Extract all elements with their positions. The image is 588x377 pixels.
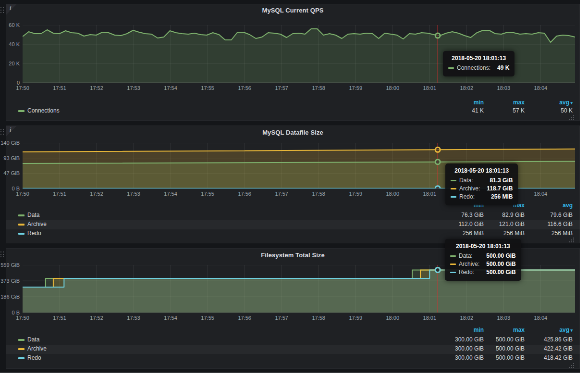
panel-title-mysql-current-qps[interactable]: MySQL Current QPS [6, 7, 580, 14]
x-axis-label: 17:56 [233, 85, 257, 91]
x-axis-label: 18:01 [417, 191, 441, 197]
sort-caret-icon: ▾ [569, 101, 573, 105]
x-axis-label: 18:00 [380, 85, 404, 91]
series-color-dash-icon [451, 180, 456, 181]
y-axis-label: 186 GiB [0, 294, 20, 300]
x-axis-label: 17:51 [48, 315, 72, 321]
tooltip-timestamp: 2018-05-20 18:01:13 [450, 243, 516, 250]
sort-caret-icon: ▾ [569, 328, 573, 333]
y-axis-label: 373 GiB [0, 278, 20, 284]
panel-drag-handle-dots[interactable] [0, 7, 1, 8]
legend-series-name[interactable]: Redo [27, 230, 41, 237]
panel-drag-handle-dots[interactable] [0, 129, 1, 130]
legend-stat-value: 418.42 GiB [529, 354, 573, 361]
tooltip-series-value: 81.3 GiB [483, 177, 513, 184]
x-axis-label: 17:53 [122, 85, 146, 91]
x-axis-label: 17:54 [159, 191, 183, 197]
series-color-dash-icon [450, 264, 456, 265]
legend-series-name[interactable]: Data [27, 212, 39, 218]
tooltip-row: Redo:256 MiB [451, 193, 513, 200]
tooltip-datafile-size: 2018-05-20 18:01:13 Data:81.3 GiBArchive… [445, 163, 518, 205]
x-axis-label: 17:55 [196, 315, 220, 321]
x-axis-label: 18:01 [417, 85, 441, 91]
x-axis-label: 17:59 [343, 85, 368, 91]
hover-marker-connections [435, 33, 440, 38]
x-axis-label: 18:00 [380, 191, 404, 197]
legend-header-min[interactable]: min [450, 99, 484, 106]
x-axis-label: 17:54 [159, 85, 183, 91]
x-axis-label: 17:52 [85, 85, 109, 91]
tooltip-row: Data:500.00 GiB [450, 252, 516, 259]
x-axis-label: 18:04 [528, 191, 552, 197]
series-color-dash [18, 214, 24, 216]
legend-header-avg[interactable]: avg ▾ [539, 99, 573, 106]
legend-stat-value: 76.3 GiB [441, 212, 484, 218]
x-axis-label: 17:57 [270, 85, 294, 91]
x-axis-label: 17:50 [11, 85, 35, 91]
tooltip-series-value: 49 K [490, 64, 509, 71]
legend-header-min[interactable]: min [450, 327, 484, 333]
panel-resize-handle[interactable] [573, 363, 574, 364]
legend-series-name[interactable]: Archive [27, 345, 47, 352]
panel-info-icon[interactable]: i [6, 4, 17, 15]
legend-stat-value: 425.86 GiB [529, 336, 573, 343]
tooltip-row: Archive:118.7 GiB [451, 185, 513, 192]
series-color-dash-icon [448, 67, 454, 69]
legend-series-name[interactable]: Data [27, 336, 39, 343]
tooltip-series-name: Archive: [459, 185, 480, 192]
legend-stat-value: 422.42 GiB [529, 345, 573, 352]
y-axis-label: 559 GiB [0, 262, 20, 268]
legend-header-avg[interactable]: avg ▾ [539, 327, 573, 333]
tooltip-row: Archive:500.00 GiB [450, 261, 516, 267]
x-axis-label: 18:03 [491, 315, 515, 321]
tooltip-row: Data:81.3 GiB [451, 177, 513, 184]
x-axis-label: 17:57 [270, 191, 294, 197]
x-axis-label: 17:52 [85, 315, 109, 321]
legend-stat-value: 500.00 GiB [481, 336, 525, 343]
tooltip-qps: 2018-05-20 18:01:13 Connections:49 K [443, 51, 514, 76]
x-axis-label: 17:58 [306, 85, 331, 91]
legend-series-name[interactable]: Redo [27, 354, 41, 361]
tooltip-row: Redo:500.00 GiB [450, 269, 516, 276]
x-axis-label: 18:01 [417, 315, 441, 321]
legend-stat-value: 500.00 GiB [481, 345, 525, 352]
legend-series-name[interactable]: Archive [27, 221, 47, 227]
tooltip-series-value: 500.00 GiB [479, 269, 515, 276]
tooltip-timestamp: 2018-05-20 18:01:13 [448, 55, 509, 62]
legend-stat-value: 256 MiB [441, 230, 484, 237]
x-axis-label: 17:56 [233, 191, 257, 197]
x-axis-label: 17:55 [196, 85, 220, 91]
x-axis-label: 17:55 [196, 191, 220, 197]
legend-stat-value: 116.6 GiB [529, 221, 573, 227]
panel-info-icon[interactable]: i [6, 126, 17, 137]
tooltip-series-name: Archive: [459, 261, 479, 267]
tooltip-series-value: 500.00 GiB [479, 261, 515, 267]
tooltip-series-value: 256 MiB [484, 193, 513, 200]
legend-series-name[interactable]: Connections [27, 107, 60, 114]
tooltip-filesystem-size: 2018-05-20 18:01:13 Data:500.00 GiBArchi… [445, 239, 521, 281]
panel-resize-handle[interactable] [573, 115, 574, 116]
panel-title-mysql-datafile-size[interactable]: MySQL Datafile Size [6, 129, 580, 136]
x-axis-label: 17:50 [11, 191, 35, 197]
y-axis-label: 93 GiB [0, 155, 20, 161]
x-axis-label: 18:00 [380, 315, 404, 321]
legend-stat-value: 121.0 GiB [481, 221, 525, 227]
panel-drag-handle-dots[interactable] [0, 251, 1, 252]
panel-resize-handle[interactable] [573, 238, 574, 239]
series-color-dash [18, 348, 24, 350]
legend-header-max[interactable]: max [491, 99, 525, 106]
legend-stat-value: 79.6 GiB [529, 212, 573, 218]
y-axis-label: 140 GiB [0, 140, 20, 146]
legend-stat-value: 82.9 GiB [481, 212, 525, 218]
legend-stat-value: 300.00 GiB [441, 336, 484, 343]
legend-header-max[interactable]: max [491, 327, 525, 333]
tooltip-series-name: Data: [459, 252, 473, 259]
x-axis-label: 17:50 [11, 315, 35, 321]
legend-stat-value: 57 K [481, 107, 525, 114]
tooltip-series-value: 118.7 GiB [480, 185, 513, 192]
legend-stat-value: 112.0 GiB [441, 221, 484, 227]
legend-stat-value: 300.00 GiB [441, 345, 484, 352]
x-axis-label: 18:03 [491, 85, 515, 91]
legend-stat-value: 256 MiB [481, 230, 525, 237]
legend-header-avg[interactable]: avg [539, 202, 573, 209]
